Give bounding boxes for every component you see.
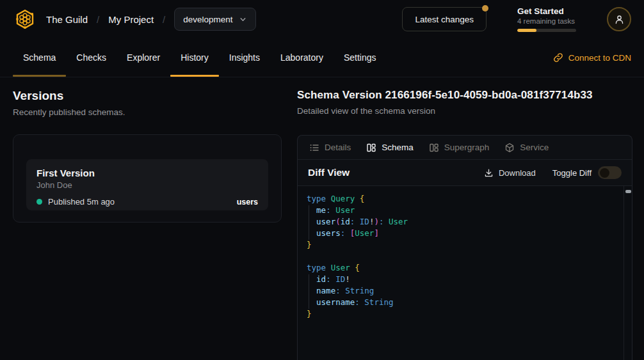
breadcrumb-org[interactable]: The Guild: [46, 14, 88, 25]
hive-app: The Guild / My Project / development Lat…: [0, 0, 644, 360]
indent-guide: [309, 205, 309, 240]
tab-insights[interactable]: Insights: [219, 38, 270, 77]
main-nav: Schema Checks Explorer History Insights …: [0, 38, 644, 77]
diff-view-title: Diff View: [308, 167, 350, 178]
tab-history[interactable]: History: [170, 38, 219, 77]
download-button[interactable]: Download: [484, 168, 536, 178]
get-started-title: Get Started: [517, 6, 576, 16]
get-started-widget[interactable]: Get Started 4 remaining tasks: [517, 6, 576, 32]
detail-tab-label: Supergraph: [444, 143, 490, 152]
version-detail-subtitle: Detailed view of the schema version: [297, 106, 632, 116]
tab-explorer[interactable]: Explorer: [117, 38, 170, 77]
layout-columns-icon: [429, 143, 439, 153]
detail-tab-service[interactable]: Service: [497, 136, 556, 159]
tab-laboratory[interactable]: Laboratory: [270, 38, 334, 77]
published-status-text: Published 5m ago: [48, 197, 115, 207]
versions-title: Versions: [13, 89, 282, 103]
version-detail-panel: Schema Version 2166196f-5e10-4059-bd0a-0…: [297, 89, 632, 360]
toggle-knob: [600, 168, 609, 178]
detail-tab-supergraph[interactable]: Supergraph: [421, 136, 497, 159]
detail-tab-bar: Details Schema: [298, 136, 632, 160]
schema-view-card: Details Schema: [297, 135, 632, 360]
graphql-schema-code: type Query { me: User user(id: ID!): Use…: [298, 186, 632, 327]
toggle-diff-switch[interactable]: [598, 166, 622, 179]
target-select-value: development: [183, 15, 232, 24]
connect-to-cdn-label: Connect to CDN: [568, 53, 631, 63]
detail-tab-label: Service: [520, 143, 549, 152]
detail-tab-schema[interactable]: Schema: [358, 136, 421, 159]
breadcrumb-separator: /: [163, 14, 165, 25]
detail-tab-label: Schema: [382, 143, 414, 152]
versions-subtitle: Recently published schemas.: [13, 107, 282, 117]
code-scrollbar-thumb[interactable]: [625, 190, 631, 193]
breadcrumb-separator: /: [97, 14, 99, 25]
diff-actions: Download Toggle Diff: [484, 166, 622, 179]
version-detail-title: Schema Version 2166196f-5e10-4059-bd0a-0…: [297, 89, 632, 102]
tab-schema[interactable]: Schema: [13, 38, 66, 77]
cube-icon: [504, 143, 515, 153]
schema-code-viewer[interactable]: type Query { me: User user(id: ID!): Use…: [298, 186, 632, 360]
indent-guide: [309, 274, 309, 309]
hive-logo-icon: [13, 8, 36, 31]
connect-to-cdn-link[interactable]: Connect to CDN: [553, 38, 631, 77]
detail-tab-label: Details: [325, 143, 351, 152]
layout-columns-icon: [366, 143, 376, 153]
download-label: Download: [499, 168, 536, 178]
person-icon: [614, 14, 625, 25]
versions-list-card: First Version John Doe Published 5m ago …: [13, 134, 282, 223]
diff-view-header: Diff View Download Toggle Diff: [298, 160, 632, 186]
get-started-subtitle: 4 remaining tasks: [517, 17, 576, 25]
list-icon: [309, 143, 319, 153]
published-status-dot: [36, 199, 42, 205]
versions-panel: Versions Recently published schemas. Fir…: [13, 89, 282, 223]
target-select[interactable]: development: [174, 8, 255, 31]
notification-dot: [482, 5, 488, 12]
latest-changes-label: Latest changes: [415, 15, 474, 24]
user-avatar[interactable]: [607, 7, 631, 31]
service-name-badge: users: [237, 198, 258, 207]
version-name: First Version: [36, 168, 258, 178]
link-icon: [553, 52, 563, 63]
tab-checks[interactable]: Checks: [66, 38, 117, 77]
tab-settings[interactable]: Settings: [334, 38, 387, 77]
toggle-diff-control: Toggle Diff: [552, 166, 622, 179]
chevron-down-icon: [239, 15, 247, 24]
latest-changes-button[interactable]: Latest changes: [402, 7, 487, 31]
detail-tab-details[interactable]: Details: [302, 136, 358, 159]
top-bar-right: Latest changes Get Started 4 remaining t…: [402, 6, 631, 32]
breadcrumb: The Guild / My Project / development: [46, 8, 256, 31]
breadcrumb-project[interactable]: My Project: [108, 14, 154, 25]
get-started-progress-fill: [517, 29, 536, 32]
version-meta-row: Published 5m ago users: [36, 197, 258, 207]
download-icon: [484, 168, 494, 178]
version-list-item[interactable]: First Version John Doe Published 5m ago …: [26, 159, 268, 210]
version-author: John Doe: [36, 180, 258, 190]
code-scrollbar[interactable]: [624, 186, 632, 360]
toggle-diff-label: Toggle Diff: [552, 168, 592, 178]
top-bar: The Guild / My Project / development Lat…: [0, 0, 644, 38]
hive-logo[interactable]: [13, 7, 37, 31]
get-started-progress-bar: [517, 29, 576, 32]
